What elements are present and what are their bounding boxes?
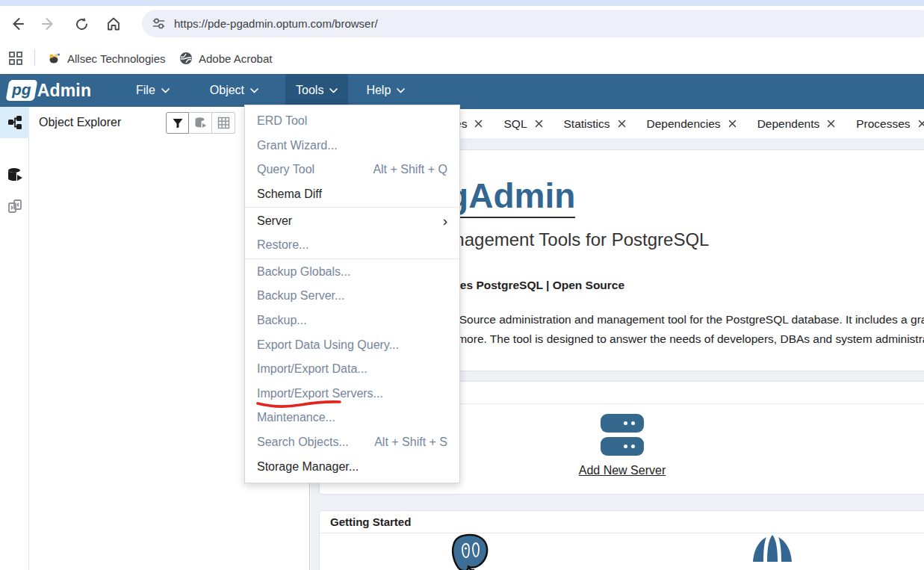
menu-divider <box>245 258 459 259</box>
menu-item-grant-wizard[interactable]: Grant Wizard... <box>245 134 459 158</box>
bookmark-allsec[interactable]: Allsec Technologies <box>48 48 165 69</box>
pgadmin-logo[interactable]: pg Admin <box>7 74 112 107</box>
tab-statistics[interactable]: Statistics <box>554 109 636 138</box>
getting-started-title: Getting Started <box>320 511 924 533</box>
menu-item-import-export-data[interactable]: Import/Export Data... <box>245 357 459 382</box>
chevron-down-icon <box>250 88 258 93</box>
explorer-toolbar <box>166 112 235 134</box>
menu-item-query-tool[interactable]: Query ToolAlt + Shift + Q <box>245 158 459 182</box>
rail-query-tool-database-icon[interactable] <box>0 159 29 190</box>
shortcut-label: Alt + Shift + Q <box>373 163 447 176</box>
menu-item-erd-tool[interactable]: ERD Tool <box>245 109 459 134</box>
tab-dependents[interactable]: Dependents <box>747 109 846 138</box>
menu-item-import-export-servers[interactable]: Import/Export Servers... <box>245 382 459 406</box>
menu-file[interactable]: File <box>125 74 180 107</box>
menu-item-restore[interactable]: Restore... <box>245 233 459 258</box>
close-icon[interactable] <box>618 120 626 128</box>
menu-item-schema-diff[interactable]: Schema Diff <box>245 182 459 207</box>
menu-object-label: Object <box>210 84 244 97</box>
pgadmin-logo-pg: pg <box>6 80 38 101</box>
tab-label: Processes <box>856 117 910 131</box>
menu-tools[interactable]: Tools <box>285 74 348 107</box>
rail-processes-swap-icon[interactable] <box>0 190 29 222</box>
close-icon[interactable] <box>827 120 835 128</box>
tab-label: Statistics <box>564 117 610 131</box>
tools-dropdown-menu: ERD Tool Grant Wizard... Query ToolAlt +… <box>244 105 460 483</box>
close-icon[interactable] <box>535 120 543 128</box>
menu-help[interactable]: Help <box>356 74 415 107</box>
left-icon-rail <box>0 107 29 570</box>
close-icon[interactable] <box>728 120 737 128</box>
object-explorer-title: Object Explorer <box>39 116 121 129</box>
chevron-down-icon <box>397 88 405 93</box>
postgresql-elephant-icon[interactable] <box>446 533 494 570</box>
tab-dependencies[interactable]: Dependencies <box>636 109 747 138</box>
submenu-arrow-icon: › <box>443 214 447 228</box>
url-text[interactable]: https://pde-pgadmin.optum.com/browser/ <box>174 17 378 30</box>
reload-icon[interactable] <box>70 13 93 35</box>
menu-item-backup[interactable]: Backup... <box>245 309 459 333</box>
menu-help-label: Help <box>366 84 391 97</box>
server-stack-icon[interactable] <box>601 414 644 456</box>
tab-label: SQL <box>503 117 527 131</box>
forward-icon[interactable] <box>37 13 60 35</box>
adobe-favicon-globe-icon <box>179 52 193 65</box>
home-icon[interactable] <box>102 13 125 35</box>
pgadmin-navbar: pg Admin File Object Tools Help <box>0 74 924 107</box>
pgadmin-website-icon[interactable] <box>745 533 799 570</box>
rail-object-explorer-tree-icon[interactable] <box>0 107 29 138</box>
chevron-down-icon <box>329 88 338 93</box>
tab-label: Dependencies <box>647 117 721 131</box>
apps-grid-icon[interactable] <box>8 48 23 69</box>
tab-label: Dependents <box>757 117 820 131</box>
close-icon[interactable] <box>918 120 924 128</box>
menu-item-backup-globals[interactable]: Backup Globals... <box>245 260 459 285</box>
getting-started-panel: Getting Started <box>319 510 924 570</box>
bookmark-label: Allsec Technologies <box>67 52 165 65</box>
bookmarks-bar: Allsec Technologies Adobe Acrobat <box>0 42 924 74</box>
menu-divider <box>245 207 459 208</box>
address-bar[interactable]: https://pde-pgadmin.optum.com/browser/ <box>142 10 924 37</box>
menu-file-label: File <box>136 84 155 97</box>
menu-item-storage-manager[interactable]: Storage Manager... <box>245 454 459 479</box>
bookmarks-divider <box>34 49 35 66</box>
welcome-subtitle: Management Tools for PostgreSQL <box>430 229 709 250</box>
menu-item-search-objects[interactable]: Search Objects...Alt + Shift + S <box>245 430 459 455</box>
tab-processes[interactable]: Processes <box>846 109 924 138</box>
bookmark-adobe[interactable]: Adobe Acrobat <box>179 48 272 69</box>
close-icon[interactable] <box>474 120 483 128</box>
chevron-down-icon <box>161 88 170 93</box>
menu-object[interactable]: Object <box>199 74 269 107</box>
menu-tools-label: Tools <box>296 84 323 97</box>
menu-item-backup-server[interactable]: Backup Server... <box>245 284 459 309</box>
bookmark-label: Adobe Acrobat <box>199 52 272 65</box>
database-connect-icon[interactable] <box>189 112 212 134</box>
menu-item-export-data-using-query[interactable]: Export Data Using Query... <box>245 332 459 357</box>
shortcut-label: Alt + Shift + S <box>374 436 447 449</box>
menu-item-maintenance[interactable]: Maintenance... <box>245 406 459 430</box>
browser-toolbar: https://pde-pgadmin.optum.com/browser/ <box>0 6 924 42</box>
window-top-strip <box>0 0 924 6</box>
grid-view-icon[interactable] <box>212 112 235 134</box>
back-icon[interactable] <box>6 13 28 35</box>
tab-sql[interactable]: SQL <box>493 109 553 138</box>
allsec-favicon-bee-icon <box>48 52 61 65</box>
filter-icon[interactable] <box>166 112 189 134</box>
site-settings-icon[interactable] <box>152 17 165 30</box>
pgadmin-logo-admin: Admin <box>37 81 92 101</box>
add-new-server-link[interactable]: Add New Server <box>579 464 666 477</box>
menu-item-server[interactable]: Server› <box>245 208 459 233</box>
